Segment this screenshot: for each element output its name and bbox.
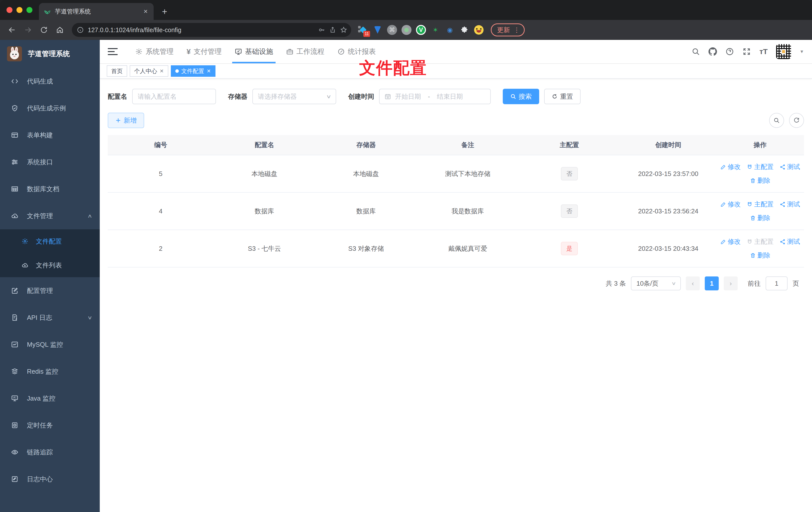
topnav-item-workflow[interactable]: 工作流程 xyxy=(280,40,331,63)
edit-square-icon xyxy=(11,287,19,294)
storage-select[interactable]: 请选择存储器 ∨ xyxy=(252,89,336,104)
bookmark-star-icon[interactable] xyxy=(340,26,347,33)
extension-eye-icon[interactable]: ◉ xyxy=(445,25,455,35)
sidebar-item-redis-monitor[interactable]: Redis 监控 xyxy=(0,358,100,385)
close-window-button[interactable] xyxy=(6,7,12,13)
forward-icon[interactable] xyxy=(21,23,35,37)
timer-icon xyxy=(11,422,19,429)
avatar-caret-down-icon[interactable]: ▼ xyxy=(800,49,804,54)
app-logo-row[interactable]: 芋道管理系统 xyxy=(0,40,100,68)
fullscreen-icon[interactable] xyxy=(743,48,751,56)
password-key-icon[interactable] xyxy=(318,26,325,33)
search-icon xyxy=(773,117,780,124)
toggle-search-button[interactable] xyxy=(769,113,784,128)
extension-emoji-icon[interactable] xyxy=(474,25,484,35)
edit-link[interactable]: 修改 xyxy=(720,237,741,246)
config-name-input[interactable] xyxy=(132,89,216,104)
extensions-row: 11 ⌘ V ✶ ◉ xyxy=(358,25,484,35)
calendar-icon xyxy=(384,93,391,100)
browser-menu-dots-icon[interactable]: ⋮ xyxy=(514,27,520,33)
tag-file-config[interactable]: 文件配置 ✕ xyxy=(171,65,215,77)
url-bar[interactable]: 127.0.0.1:1024/infra/file/file-config xyxy=(72,23,351,37)
sidebar-item-code-gen-demo[interactable]: 代码生成示例 xyxy=(0,95,100,122)
topnav-item-payment[interactable]: ¥ 支付管理 xyxy=(180,40,228,63)
tag-home[interactable]: 首页 xyxy=(107,65,127,77)
browser-update-button[interactable]: 更新 ⋮ xyxy=(491,24,525,36)
site-info-icon[interactable] xyxy=(77,26,84,33)
search-form: 配置名 存储器 请选择存储器 ∨ 创建时间 开始日期 - 结束日期 xyxy=(108,89,804,104)
edit-link[interactable]: 修改 xyxy=(720,200,741,209)
sidebar-item-file-list[interactable]: 文件列表 xyxy=(0,253,100,277)
delete-link[interactable]: 删除 xyxy=(750,214,770,222)
sidebar-item-system-api[interactable]: 系统接口 xyxy=(0,149,100,176)
extension-pinned-icon[interactable]: 11 xyxy=(358,25,368,35)
sidebar-item-db-doc[interactable]: 数据库文档 xyxy=(0,176,100,203)
date-range-picker[interactable]: 开始日期 - 结束日期 xyxy=(379,89,491,104)
sidebar-item-file-config[interactable]: 文件配置 xyxy=(0,229,100,253)
delete-link[interactable]: 删除 xyxy=(750,251,770,260)
add-button[interactable]: 新增 xyxy=(108,113,144,128)
select-caret-icon: ∨ xyxy=(326,93,332,99)
date-end-placeholder[interactable]: 结束日期 xyxy=(437,92,463,101)
next-page-button[interactable]: › xyxy=(724,276,738,291)
col-actions: 操作 xyxy=(716,135,804,155)
reset-button[interactable]: 重置 xyxy=(544,89,581,104)
new-tab-button[interactable]: + xyxy=(158,6,171,17)
share-icon[interactable] xyxy=(329,26,336,33)
sidebar-item-api-log[interactable]: API 日志 ∨ xyxy=(0,304,100,331)
chevron-up-icon: ∧ xyxy=(87,213,92,219)
font-size-icon[interactable]: тT xyxy=(759,48,767,56)
home-icon[interactable] xyxy=(53,23,67,37)
date-start-placeholder[interactable]: 开始日期 xyxy=(395,92,421,101)
help-icon[interactable] xyxy=(725,48,734,56)
user-avatar-qr[interactable] xyxy=(776,44,791,59)
github-icon[interactable] xyxy=(708,48,717,56)
sidebar-collapse-icon[interactable] xyxy=(108,48,118,55)
test-link[interactable]: 测试 xyxy=(780,237,800,246)
sidebar-item-form-builder[interactable]: 表单构建 xyxy=(0,122,100,149)
sidebar-item-mysql-monitor[interactable]: MySQL 监控 xyxy=(0,331,100,358)
edit-link[interactable]: 修改 xyxy=(720,162,741,171)
extension-command-icon[interactable]: ⌘ xyxy=(387,25,397,35)
sidebar-item-config-management[interactable]: 配置管理 xyxy=(0,277,100,304)
screen: 芋道管理系统 × + 127.0.0.1:1024/infra/file/fil… xyxy=(0,0,812,512)
storage-label: 存储器 xyxy=(228,92,248,101)
master-config-link[interactable]: 主配置 xyxy=(747,162,774,171)
page-number-button[interactable]: 1 xyxy=(705,276,719,291)
reload-icon[interactable] xyxy=(37,23,51,37)
test-link[interactable]: 测试 xyxy=(780,200,800,209)
extension-star-icon[interactable]: ✶ xyxy=(430,25,440,35)
refresh-table-button[interactable] xyxy=(789,113,804,128)
sidebar-item-file-management[interactable]: 文件管理 ∧ xyxy=(0,203,100,229)
search-icon[interactable] xyxy=(692,48,700,56)
extension-kite-icon[interactable] xyxy=(373,25,382,35)
window-controls[interactable] xyxy=(6,7,32,13)
sidebar-item-log-center[interactable]: 日志中心 xyxy=(0,465,100,492)
goto-page-input[interactable] xyxy=(765,276,788,291)
tag-close-icon[interactable]: ✕ xyxy=(207,68,211,74)
delete-link[interactable]: 删除 xyxy=(750,176,770,185)
minimize-window-button[interactable] xyxy=(17,7,23,13)
search-button[interactable]: 搜索 xyxy=(503,89,539,104)
sidebar-item-scheduled-tasks[interactable]: 定时任务 xyxy=(0,412,100,439)
extensions-puzzle-icon[interactable] xyxy=(459,25,469,35)
zoom-window-button[interactable] xyxy=(26,7,32,13)
master-config-link[interactable]: 主配置 xyxy=(747,200,774,209)
extension-recorder-icon[interactable] xyxy=(402,25,411,35)
topnav-item-system[interactable]: 系统管理 xyxy=(129,40,180,63)
prev-page-button[interactable]: ‹ xyxy=(686,276,700,291)
cell-storage: 数据库 xyxy=(315,192,417,230)
tab-close-icon[interactable]: × xyxy=(142,7,150,16)
back-icon[interactable] xyxy=(5,23,19,37)
tag-close-icon[interactable]: ✕ xyxy=(160,68,164,74)
browser-tab[interactable]: 芋道管理系统 × xyxy=(39,3,154,20)
test-link[interactable]: 测试 xyxy=(780,162,800,171)
topnav-item-infrastructure[interactable]: 基础设施 xyxy=(228,40,280,63)
tag-profile[interactable]: 个人中心 ✕ xyxy=(130,65,168,77)
page-size-select[interactable]: 10条/页 ∨ xyxy=(631,276,681,291)
sidebar-item-tracing[interactable]: 链路追踪 xyxy=(0,439,100,465)
sidebar-item-java-monitor[interactable]: Java 监控 xyxy=(0,385,100,412)
extension-vue-icon[interactable]: V xyxy=(416,25,426,35)
url-text[interactable]: 127.0.0.1:1024/infra/file/file-config xyxy=(88,26,314,34)
sidebar-item-code-gen[interactable]: 代码生成 xyxy=(0,68,100,95)
